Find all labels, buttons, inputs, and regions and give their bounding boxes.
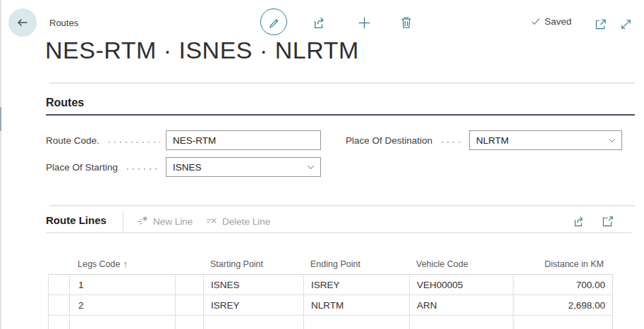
save-status-label: Saved [545, 16, 571, 27]
starting-point-cell[interactable] [204, 316, 304, 329]
selector-column-header[interactable] [48, 254, 69, 274]
route-lines-table: Legs Code ↑ Starting Point Ending Point … [48, 254, 613, 329]
left-scrollbar[interactable] [0, 0, 1, 329]
divider [49, 82, 635, 84]
table-row: 1 ISNES ISREY VEH00005 700.00 [49, 275, 613, 295]
vehicle-code-cell[interactable]: VEH00005 [410, 275, 514, 295]
vertical-separator [123, 213, 123, 231]
route-code-field: Route Code. NES-RTM [46, 130, 321, 150]
delete-button[interactable] [399, 15, 414, 30]
ending-point-cell[interactable] [304, 316, 410, 329]
new-line-button[interactable]: New Line [136, 215, 193, 228]
dotted-leader [107, 142, 160, 143]
back-arrow-icon [16, 15, 30, 30]
distance-km-cell[interactable] [514, 316, 613, 329]
route-code-label: Route Code. [46, 135, 99, 146]
column-header-legs-code[interactable]: Legs Code ↑ [69, 254, 175, 274]
place-of-starting-label: Place Of Starting [46, 162, 118, 173]
vehicle-code-cell[interactable] [410, 316, 514, 329]
place-of-destination-label: Place Of Destination [346, 135, 432, 146]
legs-code-cell[interactable]: 2 [70, 295, 176, 316]
new-line-icon [136, 215, 149, 228]
legs-code-cell[interactable] [70, 316, 176, 329]
routes-page: Routes [0, 0, 644, 329]
dotted-leader [125, 168, 160, 170]
pencil-icon [267, 15, 281, 29]
starting-point-cell[interactable]: ISREY [204, 295, 304, 316]
routes-section-underline [46, 114, 635, 116]
new-line-label: New Line [153, 216, 193, 227]
chevron-down-icon[interactable] [607, 136, 616, 145]
back-button[interactable] [8, 8, 37, 37]
trash-icon [399, 15, 413, 30]
edit-button[interactable] [260, 8, 287, 35]
vehicle-code-cell[interactable]: ARN [410, 295, 514, 316]
spacer-cell[interactable] [176, 275, 204, 295]
delete-line-icon [205, 215, 218, 228]
delete-line-label: Delete Line [222, 216, 270, 227]
page-title: NES-RTM · ISNES · NLRTM [45, 37, 359, 64]
open-in-new-window-icon [594, 18, 607, 31]
column-header-ending-point[interactable]: Ending Point [303, 254, 409, 274]
table-row: 2 ISREY NLRTM ARN 2,698.00 [49, 295, 613, 316]
focus-mode-button[interactable] [600, 213, 615, 229]
table-header-row: Legs Code ↑ Starting Point Ending Point … [48, 254, 613, 274]
route-code-value: NES-RTM [173, 135, 216, 146]
place-of-destination-value: NLRTM [476, 135, 509, 146]
divider [49, 205, 635, 206]
expand-button[interactable] [618, 16, 633, 32]
route-lines-section-title[interactable]: Route Lines [46, 214, 107, 226]
legs-code-cell[interactable]: 1 [70, 275, 176, 295]
row-selector-cell[interactable] [49, 275, 70, 295]
chevron-down-icon[interactable] [306, 163, 315, 172]
scrollbar-thumb[interactable] [0, 107, 1, 131]
distance-km-cell[interactable]: 700.00 [514, 275, 613, 295]
ending-point-cell[interactable]: ISREY [304, 275, 410, 295]
spacer-column-header [175, 254, 203, 274]
place-of-starting-field: Place Of Starting ISNES [46, 157, 321, 177]
row-selector-cell[interactable] [49, 316, 70, 329]
route-lines-share-button[interactable] [571, 213, 587, 229]
breadcrumb[interactable]: Routes [49, 18, 78, 28]
place-of-destination-field: Place Of Destination NLRTM [346, 130, 622, 150]
check-icon [530, 16, 541, 27]
expand-diagonal-icon [619, 18, 633, 31]
route-lines-underline [46, 232, 631, 233]
column-header-vehicle-code[interactable]: Vehicle Code [409, 254, 513, 274]
share-icon [312, 15, 327, 30]
save-status: Saved [530, 16, 571, 27]
delete-line-button[interactable]: Delete Line [205, 215, 270, 228]
dotted-leader [439, 142, 463, 143]
ending-point-cell[interactable]: NLRTM [304, 295, 410, 316]
column-header-distance-km[interactable]: Distance in KM [513, 254, 612, 274]
spacer-cell[interactable] [176, 295, 204, 316]
sort-ascending-icon: ↑ [123, 259, 127, 269]
plus-icon [357, 15, 372, 30]
place-of-starting-combobox[interactable]: ISNES [166, 157, 321, 177]
spacer-cell[interactable] [176, 316, 204, 329]
distance-km-cell[interactable]: 2,698.00 [514, 295, 613, 316]
routes-section-title[interactable]: Routes [46, 97, 84, 109]
table-body: 1 ISNES ISREY VEH00005 700.00 2 ISREY NL… [48, 274, 613, 329]
route-code-input[interactable]: NES-RTM [166, 130, 321, 150]
starting-point-cell[interactable]: ISNES [204, 275, 304, 295]
open-in-new-window-button[interactable] [593, 16, 608, 32]
place-of-destination-combobox[interactable]: NLRTM [469, 130, 622, 150]
table-row [49, 316, 613, 329]
column-header-starting-point[interactable]: Starting Point [203, 254, 303, 274]
new-button[interactable] [356, 15, 372, 30]
share-button[interactable] [312, 15, 327, 30]
place-of-starting-value: ISNES [173, 162, 202, 173]
row-selector-cell[interactable] [49, 295, 70, 316]
